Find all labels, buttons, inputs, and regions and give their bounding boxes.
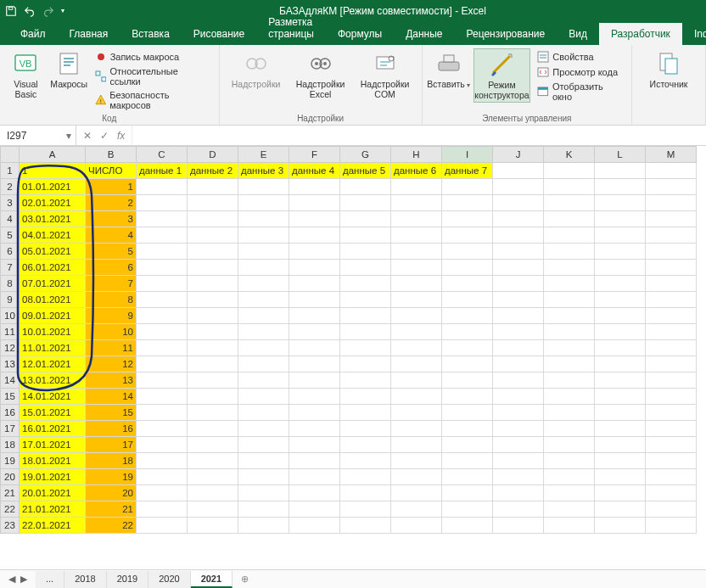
cell[interactable] xyxy=(137,405,188,421)
row-header[interactable]: 23 xyxy=(1,518,20,534)
cell[interactable] xyxy=(391,340,442,356)
cell[interactable] xyxy=(188,276,238,292)
cell[interactable]: 20.01.2021 xyxy=(20,485,86,501)
cell[interactable] xyxy=(595,324,646,340)
sheet-tab-ellipsis[interactable]: ... xyxy=(36,571,64,588)
cell[interactable] xyxy=(289,437,340,453)
cell[interactable] xyxy=(544,518,595,534)
view-code-button[interactable]: Просмотр кода xyxy=(535,65,625,79)
cell[interactable] xyxy=(544,501,595,518)
cell[interactable] xyxy=(340,308,391,324)
row-header[interactable]: 21 xyxy=(1,485,20,501)
cell[interactable] xyxy=(289,421,340,437)
cell[interactable]: 2 xyxy=(86,195,137,211)
cell[interactable] xyxy=(340,292,391,308)
cell[interactable] xyxy=(137,227,188,244)
cell[interactable] xyxy=(289,292,340,308)
cell[interactable] xyxy=(289,260,340,276)
cell[interactable] xyxy=(289,501,340,518)
cell[interactable] xyxy=(137,276,188,292)
cell[interactable] xyxy=(544,163,595,179)
name-box[interactable]: I297 ▾ xyxy=(0,126,76,145)
cell[interactable] xyxy=(493,453,544,469)
cell[interactable] xyxy=(646,356,697,372)
cell[interactable] xyxy=(238,372,289,389)
cell[interactable] xyxy=(493,195,544,211)
cell[interactable] xyxy=(646,260,697,276)
cell[interactable] xyxy=(391,324,442,340)
cell[interactable] xyxy=(391,389,442,405)
cell[interactable]: 13.01.2021 xyxy=(20,372,86,389)
cell[interactable] xyxy=(391,405,442,421)
cell[interactable]: 08.01.2021 xyxy=(20,292,86,308)
cell[interactable] xyxy=(595,163,646,179)
cell[interactable] xyxy=(493,372,544,389)
row-header[interactable]: 3 xyxy=(1,195,20,211)
cell[interactable] xyxy=(391,292,442,308)
cell[interactable] xyxy=(289,211,340,227)
sheet-nav-next-icon[interactable]: ▶ xyxy=(20,574,27,585)
cell[interactable] xyxy=(238,179,289,195)
cell[interactable] xyxy=(595,389,646,405)
cell[interactable] xyxy=(188,340,238,356)
cell[interactable] xyxy=(391,501,442,518)
relative-refs-button[interactable]: Относительные ссылки xyxy=(93,65,212,87)
cell[interactable] xyxy=(493,244,544,260)
cell[interactable] xyxy=(595,453,646,469)
cell[interactable] xyxy=(340,356,391,372)
cell[interactable] xyxy=(188,372,238,389)
cell[interactable] xyxy=(544,244,595,260)
cell[interactable] xyxy=(595,372,646,389)
column-header-F[interactable]: F xyxy=(289,147,340,163)
cell[interactable] xyxy=(188,195,238,211)
cell[interactable]: данные 1 xyxy=(137,163,188,179)
cell[interactable] xyxy=(544,276,595,292)
column-header-D[interactable]: D xyxy=(188,147,238,163)
cell[interactable] xyxy=(391,276,442,292)
cell[interactable]: данные 4 xyxy=(289,163,340,179)
cell[interactable] xyxy=(544,179,595,195)
cell[interactable] xyxy=(340,372,391,389)
cell[interactable] xyxy=(340,389,391,405)
cell[interactable] xyxy=(137,421,188,437)
cell[interactable] xyxy=(340,485,391,501)
cell[interactable] xyxy=(137,340,188,356)
cell[interactable] xyxy=(238,389,289,405)
cell[interactable] xyxy=(289,372,340,389)
cell[interactable] xyxy=(442,276,493,292)
cell[interactable] xyxy=(646,501,697,518)
sheet-tab-2021[interactable]: 2021 xyxy=(191,571,233,588)
row-header[interactable]: 2 xyxy=(1,179,20,195)
row-header[interactable]: 4 xyxy=(1,211,20,227)
cell[interactable] xyxy=(442,356,493,372)
cell[interactable] xyxy=(188,437,238,453)
cell[interactable]: 09.01.2021 xyxy=(20,308,86,324)
cell[interactable] xyxy=(340,324,391,340)
cell[interactable] xyxy=(137,469,188,485)
cell[interactable] xyxy=(188,389,238,405)
cell[interactable] xyxy=(238,356,289,372)
cell[interactable]: 19 xyxy=(86,469,137,485)
cell[interactable] xyxy=(238,453,289,469)
column-header-K[interactable]: K xyxy=(544,147,595,163)
cell[interactable] xyxy=(340,437,391,453)
cell[interactable]: 21.01.2021 xyxy=(20,501,86,518)
cell[interactable]: 15.01.2021 xyxy=(20,405,86,421)
cell[interactable] xyxy=(289,389,340,405)
cell[interactable] xyxy=(544,453,595,469)
cell[interactable] xyxy=(238,260,289,276)
cell[interactable]: 22.01.2021 xyxy=(20,518,86,534)
row-header[interactable]: 17 xyxy=(1,421,20,437)
cell[interactable] xyxy=(340,179,391,195)
fx-icon[interactable]: fx xyxy=(117,130,125,142)
cell[interactable] xyxy=(289,356,340,372)
cell[interactable] xyxy=(391,421,442,437)
run-dialog-button[interactable]: Отобразить окно xyxy=(535,81,625,103)
row-header[interactable]: 9 xyxy=(1,292,20,308)
properties-button[interactable]: Свойства xyxy=(535,50,625,64)
column-header-I[interactable]: I xyxy=(442,147,493,163)
cell[interactable]: 17.01.2021 xyxy=(20,437,86,453)
cell[interactable] xyxy=(188,244,238,260)
row-header[interactable]: 10 xyxy=(1,308,20,324)
cell[interactable] xyxy=(544,469,595,485)
